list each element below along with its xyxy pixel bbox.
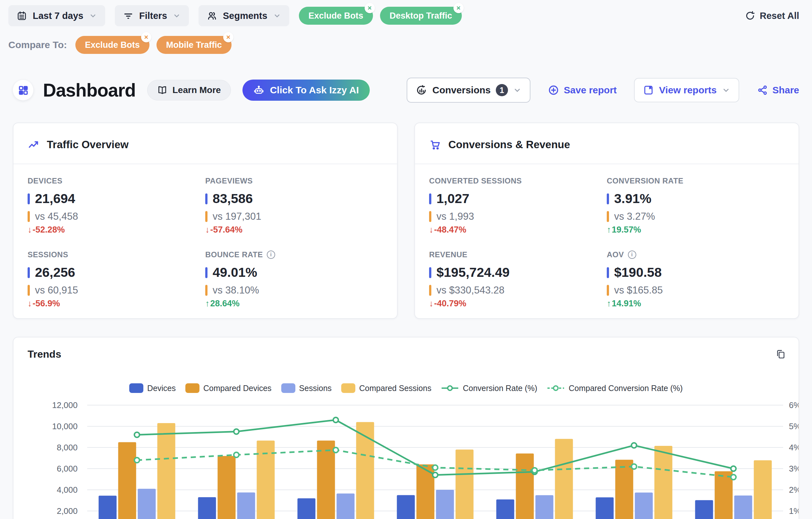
legend-label: Sessions	[299, 384, 331, 393]
line-marker[interactable]	[134, 432, 140, 437]
bar-compared-sessions[interactable]	[555, 439, 573, 519]
legend-item-sessions[interactable]: Sessions	[281, 383, 331, 393]
segments-button[interactable]: Segments	[199, 5, 289, 26]
share-button[interactable]: Share	[757, 85, 799, 95]
line-marker[interactable]	[731, 466, 736, 471]
compare-period-marker	[205, 285, 207, 296]
line-marker[interactable]	[234, 429, 239, 434]
conversions-metric-grid: CONVERTED SESSIONS1,027vs 1,993↓-48.47%C…	[415, 164, 799, 309]
bar-compared-devices[interactable]	[516, 454, 534, 519]
page-header: Dashboard Learn More Click To Ask Izzy A…	[13, 78, 799, 103]
ask-izzy-ai-button[interactable]: Click To Ask Izzy AI	[242, 80, 370, 101]
bar-devices[interactable]	[695, 500, 713, 519]
legend-item-conversion-rate[interactable]: Conversion Rate (%)	[441, 384, 537, 393]
bar-sessions[interactable]	[138, 489, 156, 519]
bar-compared-devices[interactable]	[218, 456, 236, 519]
bar-compared-sessions[interactable]	[157, 423, 175, 519]
line-marker[interactable]	[731, 474, 736, 480]
line-marker[interactable]	[632, 464, 637, 469]
current-period-marker	[28, 194, 30, 204]
remove-compare-icon[interactable]: ✕	[141, 32, 151, 42]
metric-delta: ↑28.64%	[205, 299, 383, 309]
line-marker[interactable]	[234, 452, 239, 457]
share-label: Share	[773, 85, 799, 95]
metric-label: REVENUE	[429, 250, 468, 259]
metric: REVENUE$195,724.49vs $330,543.28↓-40.79%	[429, 250, 607, 309]
metric-label: PAGEVIEWS	[205, 176, 253, 185]
learn-more-button[interactable]: Learn More	[147, 80, 231, 100]
view-reports-button[interactable]: View reports	[634, 78, 739, 102]
bar-devices[interactable]	[397, 495, 415, 519]
compare-pill-exclude-bots[interactable]: Exclude Bots ✕	[75, 36, 149, 54]
bar-sessions[interactable]	[337, 494, 355, 519]
line-marker[interactable]	[333, 417, 338, 423]
bar-devices[interactable]	[496, 499, 514, 519]
compare-pill-mobile-traffic[interactable]: Mobile Traffic ✕	[156, 36, 232, 54]
bar-compared-sessions[interactable]	[456, 450, 474, 519]
bar-compared-sessions[interactable]	[754, 460, 772, 519]
ask-izzy-ai-label: Click To Ask Izzy AI	[270, 85, 359, 95]
line-marker[interactable]	[333, 448, 338, 453]
bar-compared-devices[interactable]	[118, 442, 136, 519]
metric: BOUNCE RATEi49.01%vs 38.10%↑28.64%	[205, 250, 383, 309]
bar-devices[interactable]	[596, 497, 614, 519]
segment-pill-desktop-traffic[interactable]: Desktop Traffic ✕	[380, 7, 462, 25]
learn-more-label: Learn More	[173, 85, 221, 95]
line-marker[interactable]	[632, 443, 637, 448]
metric-delta-value: 28.64%	[210, 299, 240, 309]
right-axis-tick: 5%	[789, 422, 799, 431]
bar-sessions[interactable]	[436, 490, 454, 519]
date-range-button[interactable]: Last 7 days	[8, 5, 105, 26]
line-marker[interactable]	[433, 472, 438, 478]
left-axis-tick: 8,000	[57, 443, 78, 452]
traffic-overview-card: Traffic Overview DEVICES21,694vs 45,458↓…	[13, 122, 398, 319]
legend-item-devices[interactable]: Devices	[129, 383, 176, 393]
legend-label: Conversion Rate (%)	[463, 384, 537, 393]
metric: AOVi$190.58vs $165.85↑14.91%	[607, 250, 784, 309]
reset-all-button[interactable]: Reset All	[745, 10, 799, 21]
remove-segment-icon[interactable]: ✕	[454, 3, 464, 13]
bar-devices[interactable]	[99, 496, 117, 519]
save-report-button[interactable]: Save report	[548, 84, 617, 96]
bar-sessions[interactable]	[734, 496, 752, 519]
bar-compared-devices[interactable]	[615, 460, 633, 519]
chevron-down-icon	[513, 86, 521, 94]
bar-compared-devices[interactable]	[317, 441, 335, 519]
chevron-down-icon	[273, 12, 281, 20]
legend-item-compared-sessions[interactable]: Compared Sessions	[341, 383, 431, 393]
line-marker[interactable]	[433, 465, 438, 470]
line-marker[interactable]	[532, 468, 537, 473]
segment-pill-exclude-bots[interactable]: Exclude Bots ✕	[299, 7, 373, 25]
bar-sessions[interactable]	[535, 495, 553, 519]
metric-value: $195,724.49	[436, 265, 510, 280]
line-marker[interactable]	[134, 458, 140, 463]
left-axis-tick: 12,000	[52, 400, 78, 410]
filters-button[interactable]: Filters	[115, 5, 189, 26]
conversions-selector-button[interactable]: Conversions 1	[407, 78, 530, 103]
legend-item-compared-conversion-rate[interactable]: Compared Conversion Rate (%)	[547, 384, 683, 393]
bar-compared-sessions[interactable]	[655, 446, 672, 519]
bar-devices[interactable]	[298, 498, 316, 519]
metric-compare-value: vs 197,301	[213, 211, 261, 222]
bar-sessions[interactable]	[237, 492, 255, 519]
metric: CONVERSION RATE3.91%vs 3.27%↑19.57%	[607, 176, 784, 235]
metric-label: CONVERSION RATE	[607, 176, 684, 185]
pill-label: Mobile Traffic	[166, 40, 222, 50]
metric-value: 3.91%	[614, 191, 651, 206]
trends-chart[interactable]: 2,0001%4,0002%6,0003%8,0004%10,0005%12,0…	[13, 396, 799, 519]
metric-label: SESSIONS	[28, 250, 68, 259]
metric-delta-value: -40.79%	[434, 299, 467, 309]
info-icon[interactable]: i	[628, 251, 636, 259]
bar-devices[interactable]	[198, 497, 216, 519]
pill-label: Exclude Bots	[85, 40, 140, 50]
info-icon[interactable]: i	[267, 251, 275, 259]
card-title: Conversions & Revenue	[448, 139, 570, 151]
metric-delta: ↑19.57%	[607, 225, 784, 235]
bar-sessions[interactable]	[635, 493, 653, 519]
remove-compare-icon[interactable]: ✕	[223, 32, 233, 42]
remove-segment-icon[interactable]: ✕	[365, 3, 375, 13]
bar-compared-devices[interactable]	[715, 471, 733, 519]
legend-item-compared-devices[interactable]: Compared Devices	[185, 383, 272, 393]
copy-icon[interactable]	[776, 349, 786, 359]
legend-label: Compared Conversion Rate (%)	[569, 384, 683, 393]
